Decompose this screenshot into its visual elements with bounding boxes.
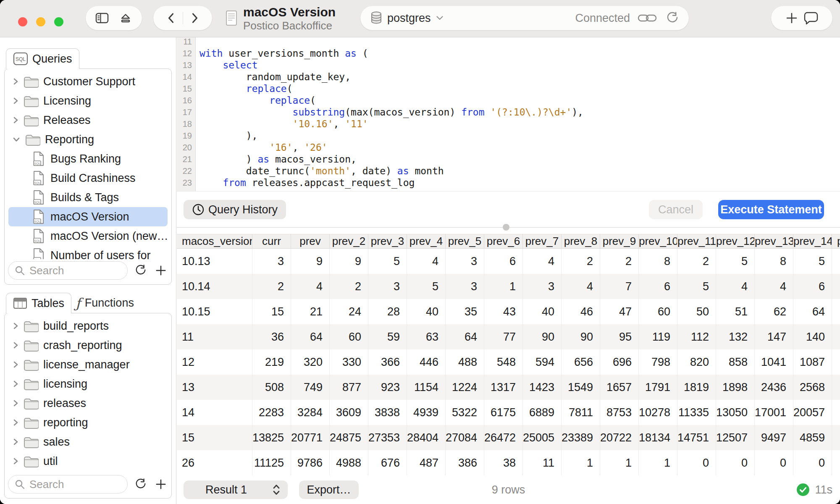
toggle-sidebar-button[interactable] xyxy=(90,6,114,30)
code-line-19[interactable]: 19 ), xyxy=(177,130,840,142)
code-line-18[interactable]: 18 '10.16', '11' xyxy=(177,118,840,130)
code-line-11[interactable]: 11 xyxy=(177,37,840,47)
code-line-21[interactable]: 21 ) as macos_version, xyxy=(177,153,840,165)
table-row-15[interactable]: 1513825207712487527353284042708426472250… xyxy=(177,425,840,450)
reconnect-button[interactable] xyxy=(666,12,679,24)
database-name[interactable]: postgres xyxy=(387,12,431,25)
column-header-prev_13[interactable]: prev_13 xyxy=(755,234,793,248)
add-table-button[interactable] xyxy=(154,478,168,490)
cell: 2568 xyxy=(793,375,832,400)
tab-tables[interactable]: Tables xyxy=(6,293,71,313)
table-row-10.14[interactable]: 10.14242353134765446 xyxy=(177,274,840,299)
tab-queries[interactable]: SQL Queries xyxy=(6,48,79,69)
table-row-12[interactable]: 1221932033036644648854859465669679882085… xyxy=(177,349,840,375)
tab-functions[interactable]: ƒ Functions xyxy=(76,293,134,313)
sidebar-folder-releases[interactable]: Releases xyxy=(8,110,168,130)
sidebar-item-macos-version-new[interactable]: SQLmacOS Version (new… xyxy=(8,226,168,246)
column-header-prev_3[interactable]: prev_3 xyxy=(368,234,407,248)
export-button[interactable]: Export… xyxy=(299,480,359,499)
column-header-prev_14[interactable]: prev_14 xyxy=(793,234,832,248)
column-header-prev_5[interactable]: prev_5 xyxy=(446,234,484,248)
sidebar-folder-license-manager[interactable]: license_manager xyxy=(8,355,168,374)
column-header-curr[interactable]: curr xyxy=(252,234,291,248)
table-row-13[interactable]: 1350874987792311541224131714231549165717… xyxy=(177,375,840,400)
cell: 1657 xyxy=(600,375,639,400)
code-line-12[interactable]: 12with user_versions_month as ( xyxy=(177,47,840,59)
sidebar-folder-licensing[interactable]: licensing xyxy=(8,374,168,394)
query-history-button[interactable]: Query History xyxy=(184,200,286,219)
sidebar-item-macos-version[interactable]: SQLmacOS Version xyxy=(8,207,168,226)
column-header-prev_6[interactable]: prev_6 xyxy=(484,234,523,248)
new-item-button[interactable] xyxy=(785,12,798,24)
table-row-14[interactable]: 1422833284360938384939532261756889781187… xyxy=(177,400,840,425)
code-line-15[interactable]: 15 replace( xyxy=(177,83,840,94)
code-line-22[interactable]: 22 date_trunc('month', date) as month xyxy=(177,165,840,177)
column-header-prev_8[interactable]: prev_8 xyxy=(562,234,600,248)
close-button[interactable] xyxy=(18,17,27,26)
sidebar-item-builds-tags[interactable]: SQLBuilds & Tags xyxy=(8,188,168,207)
pane-splitter[interactable] xyxy=(177,227,840,228)
refresh-queries-button[interactable] xyxy=(134,265,148,276)
code-line-14[interactable]: 14 random_update_key, xyxy=(177,71,840,83)
back-button[interactable] xyxy=(159,6,183,30)
disclosure-icon xyxy=(13,379,18,388)
sidebar-folder-crash-reporting[interactable]: crash_reporting xyxy=(8,336,168,355)
column-header-prev_4[interactable]: prev_4 xyxy=(407,234,446,248)
code-line-13[interactable]: 13 select xyxy=(177,59,840,71)
sidebar-folder-customer-support[interactable]: Customer Support xyxy=(8,72,168,91)
sidebar-folder-reporting[interactable]: Reporting xyxy=(8,130,168,149)
editor-action-bar: Query History Cancel Execute Statement xyxy=(177,191,840,228)
folder-icon xyxy=(23,455,39,467)
sidebar-folder-build-reports[interactable]: build_reports xyxy=(8,316,168,336)
document-proxy-icon[interactable] xyxy=(225,10,238,27)
column-header-prev_7[interactable]: prev_7 xyxy=(523,234,562,248)
connection-link-icon[interactable] xyxy=(638,12,657,24)
column-header-macos_version[interactable]: macos_version xyxy=(177,234,252,248)
sidebar-folder-reporting[interactable]: reporting xyxy=(8,413,168,432)
column-header-prev[interactable]: prev xyxy=(291,234,330,248)
column-header-prev_11[interactable]: prev_11 xyxy=(677,234,716,248)
code-line-23[interactable]: 23 from releases.appcast_request_log xyxy=(177,177,840,189)
sidebar-folder-releases[interactable]: releases xyxy=(8,394,168,413)
result-selector[interactable]: Result 1 xyxy=(184,480,288,499)
chevron-down-icon[interactable] xyxy=(436,16,444,21)
cancel-button[interactable]: Cancel xyxy=(649,200,703,219)
sidebar-folder-util[interactable]: util xyxy=(8,452,168,471)
column-header-prev_9[interactable]: prev_9 xyxy=(600,234,639,248)
table-row-10.13[interactable]: 10.13399543642282585 xyxy=(177,249,840,274)
folder-icon xyxy=(23,436,39,448)
splitter-handle[interactable] xyxy=(503,224,509,231)
feedback-button[interactable] xyxy=(804,11,818,25)
tables-search-input[interactable]: Search xyxy=(8,475,128,494)
zoom-button[interactable] xyxy=(54,17,63,26)
execute-statement-button[interactable]: Execute Statement xyxy=(718,200,824,219)
cell: 43 xyxy=(484,299,523,324)
code-line-17[interactable]: 17 substring(max(macos_version) from '(?… xyxy=(177,106,840,118)
sidebar-item-bugs-ranking[interactable]: SQLBugs Ranking xyxy=(8,149,168,168)
column-header-prev_15[interactable]: prev_15 xyxy=(832,234,840,248)
cell: 330 xyxy=(330,349,368,375)
refresh-tables-button[interactable] xyxy=(134,478,148,490)
code-line-20[interactable]: 20 '16', '26' xyxy=(177,142,840,153)
add-query-button[interactable] xyxy=(154,265,168,276)
sidebar-item-build-crashiness[interactable]: SQLBuild Crashiness xyxy=(8,168,168,188)
cell: 1898 xyxy=(716,375,755,400)
disconnect-button[interactable] xyxy=(114,6,137,30)
toolbar-group-extras xyxy=(771,6,832,30)
sidebar-folder-sales[interactable]: sales xyxy=(8,432,168,452)
queries-search-input[interactable]: Search xyxy=(8,261,128,280)
table-row-26[interactable]: 26111259786498867648738638111110000 xyxy=(177,450,840,475)
svg-text:SQL: SQL xyxy=(34,162,41,165)
column-header-prev_2[interactable]: prev_2 xyxy=(330,234,368,248)
toolbar-group-sidebar xyxy=(86,6,142,30)
forward-button[interactable] xyxy=(183,6,207,30)
cell: 6175 xyxy=(484,400,523,425)
code-line-16[interactable]: 16 replace( xyxy=(177,94,840,106)
column-header-prev_12[interactable]: prev_12 xyxy=(716,234,755,248)
table-row-11[interactable]: 1136646059636477909095119112132147140 xyxy=(177,324,840,349)
sidebar-folder-licensing[interactable]: Licensing xyxy=(8,91,168,110)
column-header-prev_10[interactable]: prev_10 xyxy=(639,234,677,248)
minimize-button[interactable] xyxy=(36,17,45,26)
sql-editor[interactable]: 1112with user_versions_month as (13 sele… xyxy=(177,37,840,191)
table-row-10.15[interactable]: 10.15152124284035434046476050516264 xyxy=(177,299,840,324)
